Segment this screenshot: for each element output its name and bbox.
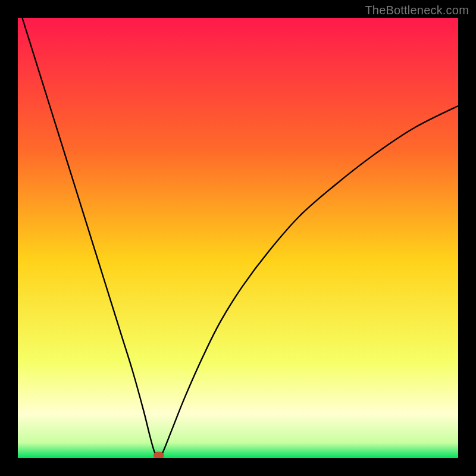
- watermark-text: TheBottleneck.com: [365, 4, 469, 17]
- chart-background: [18, 18, 458, 458]
- chart-plot: [18, 18, 458, 458]
- chart-frame: TheBottleneck.com: [0, 0, 476, 476]
